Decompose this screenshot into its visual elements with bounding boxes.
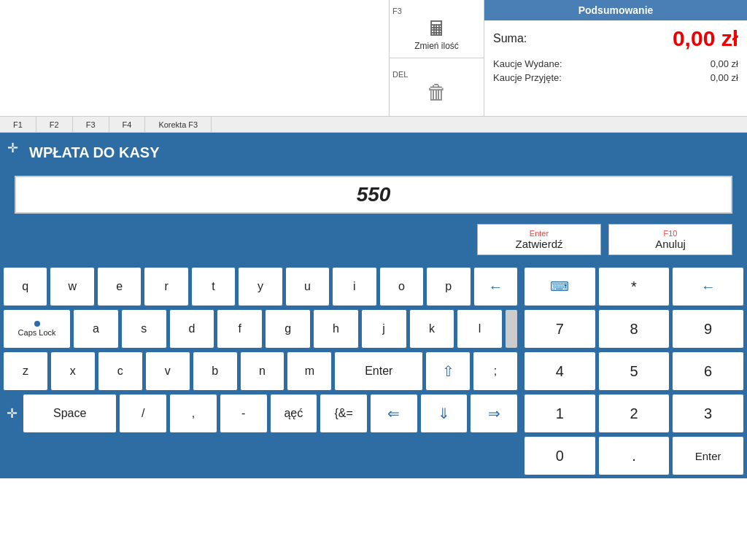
num-row-5: 0 . Enter — [524, 436, 744, 475]
key-c[interactable]: c — [98, 351, 143, 391]
key-num-9[interactable]: 9 — [672, 309, 744, 349]
fn-key-korekta[interactable]: Korekta F3 — [145, 117, 212, 132]
key-num-4[interactable]: 4 — [524, 351, 596, 391]
move-icon-top: ✛ — [7, 140, 18, 156]
caps-label: Caps Lock — [18, 328, 56, 337]
key-num-7[interactable]: 7 — [524, 309, 596, 349]
key-backspace-arrow[interactable]: ← — [473, 267, 518, 306]
key-f[interactable]: f — [217, 309, 263, 349]
kb-row-2: Caps Lock a s d f g h j k l — [3, 309, 518, 349]
confirm-button[interactable]: Enter Zatwierdź — [477, 224, 601, 255]
key-slash[interactable]: / — [119, 394, 167, 433]
key-r[interactable]: r — [144, 267, 188, 306]
del-button[interactable]: DEL 🗑 — [390, 58, 484, 116]
key-s[interactable]: s — [121, 309, 167, 349]
cancel-button[interactable]: F10 Anuluj — [608, 224, 732, 255]
key-minus[interactable]: - — [220, 394, 268, 433]
key-num-0[interactable]: 0 — [524, 436, 596, 475]
key-j[interactable]: j — [361, 309, 407, 349]
num-row-1: ⌨ * ← — [524, 267, 744, 306]
key-space[interactable]: Space — [23, 394, 117, 433]
calculator-icon: 🖩 — [427, 17, 447, 41]
kaucje-wydane-value: 0,00 zł — [711, 58, 738, 69]
key-e[interactable]: e — [97, 267, 142, 306]
kb-row-1: q w e r t y u i o p ← — [3, 267, 518, 306]
key-n[interactable]: n — [240, 351, 285, 391]
key-move-bottom: ✛ — [3, 394, 20, 433]
key-num-dot[interactable]: . — [598, 436, 670, 475]
suma-value: 0,00 zł — [673, 26, 738, 51]
num-row-3: 4 5 6 — [524, 351, 744, 391]
fn-key-f1[interactable]: F1 — [0, 117, 36, 132]
trash-icon: 🗑 — [427, 80, 447, 104]
key-enter[interactable]: Enter — [334, 351, 423, 391]
top-left-panel — [0, 0, 390, 116]
key-num-enter[interactable]: Enter — [672, 436, 744, 475]
key-b[interactable]: b — [193, 351, 238, 391]
key-num-8[interactable]: 8 — [598, 309, 670, 349]
confirm-label: Zatwierdź — [478, 238, 600, 250]
key-num-3[interactable]: 3 — [672, 394, 744, 433]
key-num-2[interactable]: 2 — [598, 394, 670, 433]
key-m[interactable]: m — [287, 351, 332, 391]
key-v[interactable]: v — [145, 351, 190, 391]
kaucje-wydane-row: Kaucje Wydane: 0,00 zł — [484, 57, 747, 71]
keyboard-area: q w e r t y u i o p ← Caps Lock a s d f … — [0, 262, 747, 478]
kaucje-przyjete-row: Kaucje Przyjęte: 0,00 zł — [484, 71, 747, 85]
caps-indicator — [34, 321, 40, 327]
num-row-4: 1 2 3 — [524, 394, 744, 433]
cancel-label: Anuluj — [609, 238, 732, 250]
key-special[interactable]: {&= — [320, 394, 368, 433]
key-i[interactable]: i — [332, 267, 376, 306]
key-num-6[interactable]: 6 — [672, 351, 744, 391]
key-left-arrow[interactable]: ⇐ — [370, 394, 418, 433]
key-right-arrow[interactable]: ⇒ — [470, 394, 518, 433]
key-y[interactable]: y — [238, 267, 282, 306]
key-k[interactable]: k — [409, 309, 455, 349]
wpłata-input[interactable] — [15, 176, 732, 214]
action-buttons: Enter Zatwierdź F10 Anuluj — [15, 224, 732, 255]
key-t[interactable]: t — [191, 267, 236, 306]
kb-row-3: z x c v b n m Enter ⇧ ; — [3, 351, 518, 391]
key-num-1[interactable]: 1 — [524, 394, 596, 433]
key-l[interactable]: l — [457, 309, 503, 349]
fn-key-f4[interactable]: F4 — [109, 117, 146, 132]
f3-shortcut: F3 — [392, 7, 402, 15]
kaucje-wydane-label: Kaucje Wydane: — [493, 58, 562, 69]
zmien-ilosc-label: Zmień ilość — [414, 41, 459, 51]
key-num-5[interactable]: 5 — [598, 351, 670, 391]
key-down-arrow[interactable]: ⇓ — [420, 394, 468, 433]
confirm-shortcut: Enter — [478, 229, 600, 238]
scroll-bar — [505, 309, 518, 349]
keyboard-numpad: ⌨ * ← 7 8 9 4 5 6 1 2 3 0 . Enter — [521, 267, 747, 478]
summary-header: Podsumowanie — [484, 0, 747, 20]
kaucje-przyjete-value: 0,00 zł — [711, 72, 738, 83]
key-g[interactable]: g — [265, 309, 311, 349]
key-o[interactable]: o — [379, 267, 424, 306]
key-w[interactable]: w — [50, 267, 94, 306]
num-row-2: 7 8 9 — [524, 309, 744, 349]
fn-key-f3[interactable]: F3 — [73, 117, 109, 132]
key-numpad-icon[interactable]: ⌨ — [524, 267, 596, 306]
fn-key-f2[interactable]: F2 — [36, 117, 73, 132]
key-h[interactable]: h — [313, 309, 359, 349]
key-a[interactable]: a — [73, 309, 119, 349]
key-aec[interactable]: ąęć — [270, 394, 318, 433]
zmien-ilosc-button[interactable]: F3 🖩 Zmień ilość — [390, 0, 484, 58]
key-x[interactable]: x — [50, 351, 96, 391]
key-z[interactable]: z — [3, 351, 48, 391]
key-q[interactable]: q — [3, 267, 47, 306]
key-u[interactable]: u — [285, 267, 330, 306]
key-caps-lock[interactable]: Caps Lock — [3, 309, 71, 349]
key-semicolon[interactable]: ; — [473, 351, 518, 391]
kb-row-4: ✛ Space / , - ąęć {&= ⇐ ⇓ ⇒ — [3, 394, 518, 433]
suma-label: Suma: — [493, 32, 527, 45]
key-num-backspace[interactable]: ← — [672, 267, 744, 306]
key-comma[interactable]: , — [169, 394, 217, 433]
key-d[interactable]: d — [169, 309, 215, 349]
summary-panel: Podsumowanie Suma: 0,00 zł Kaucje Wydane… — [484, 0, 747, 116]
fn-bar: F1 F2 F3 F4 Korekta F3 — [0, 117, 747, 133]
key-p[interactable]: p — [426, 267, 471, 306]
key-shift[interactable]: ⇧ — [425, 351, 471, 391]
key-num-asterisk[interactable]: * — [598, 267, 670, 306]
